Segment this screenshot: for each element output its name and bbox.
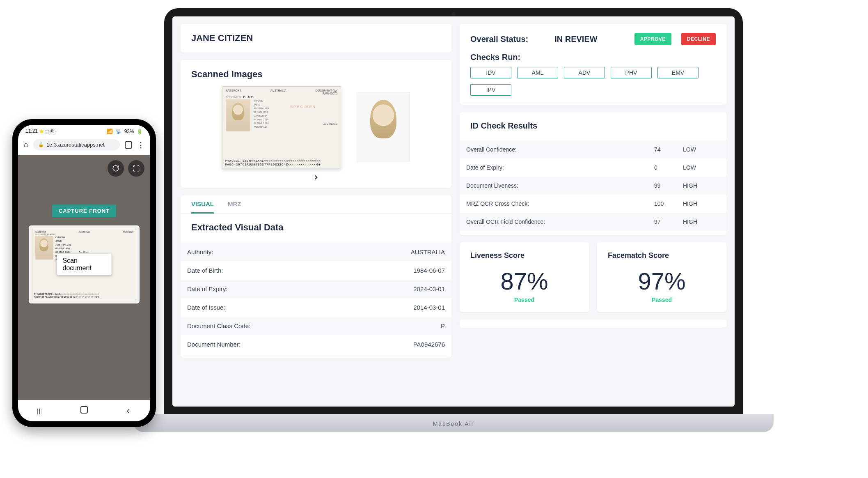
passport-code: P xyxy=(243,96,245,99)
phone-passport-dob: 07 JUN 1984 xyxy=(55,247,71,250)
phone-mrz-line1: P<AUSCITIZEN<<JANE<<<<<<<<<<<<<<<<<<<<<<… xyxy=(34,293,134,296)
facematch-score-card: Facematch Score 97% Passed xyxy=(597,242,726,312)
field-value: 2024-03-01 xyxy=(413,285,445,292)
phone-passport-nat: AUSTRALIAN xyxy=(55,243,71,247)
url-field[interactable]: 🔒 1e.3.azurestaticapps.net xyxy=(33,139,120,150)
capture-frame[interactable]: PASSPORT AUSTRALIA PA0942676 SPECIMEN P … xyxy=(29,225,140,303)
passport-pob: CANBERRA xyxy=(254,114,313,118)
scanned-images-card: Scanned Images PASSPORT AUSTRALIA DOCUME… xyxy=(181,60,451,188)
laptop-device: JANE CITIZEN Scanned Images PASSPORT AUS… xyxy=(133,8,774,456)
review-app: JANE CITIZEN Scanned Images PASSPORT AUS… xyxy=(172,16,735,407)
phone-passport-given: JANE xyxy=(55,239,71,243)
facematch-status: Passed xyxy=(608,296,716,303)
laptop-brand-label: MacBook Air xyxy=(433,421,474,427)
laptop-frame: JANE CITIZEN Scanned Images PASSPORT AUS… xyxy=(164,8,743,415)
approve-button[interactable]: APPROVE xyxy=(634,33,671,45)
field-label: Document Class Code: xyxy=(187,322,250,329)
table-row: Document Number:PA0942676 xyxy=(181,335,451,354)
table-row: Document Liveness:99HIGH xyxy=(460,177,726,195)
empty-card xyxy=(460,319,726,328)
metric-value: 97 xyxy=(654,218,683,225)
table-row: Document Class Code:P xyxy=(181,317,451,335)
rotate-camera-button[interactable] xyxy=(108,160,124,177)
phone-device: 11:21 ⭐ ⬚ Ⓖ · 📶 📡 93% 🔋 ⌂ 🔒 1e.3.azurest… xyxy=(12,119,156,427)
camera-viewport: CAPTURE FRONT PASSPORT AUSTRALIA PA09426… xyxy=(18,155,150,400)
metric-label: Date of Expiry: xyxy=(466,164,654,171)
tabs-icon[interactable] xyxy=(125,141,132,149)
lock-icon: 🔒 xyxy=(38,142,44,147)
metric-label: Overall OCR Field Confidence: xyxy=(466,218,654,225)
next-image-button[interactable] xyxy=(191,171,441,184)
check-chip-aml[interactable]: AML xyxy=(517,67,558,78)
battery-icon: 🔋 xyxy=(137,129,143,134)
nav-recent-button[interactable] xyxy=(32,407,48,415)
liveness-value: 87% xyxy=(470,267,578,295)
check-chip-emv[interactable]: EMV xyxy=(657,67,699,78)
subject-name: JANE CITIZEN xyxy=(181,24,451,53)
nav-back-button[interactable] xyxy=(120,405,136,416)
specimen-watermark: SPECIMEN xyxy=(290,105,316,109)
passport-mrz-line1: P<AUSCITIZEN<<JANE<<<<<<<<<<<<<<<<<<<<<<… xyxy=(225,159,338,163)
signal-icon: 📡 xyxy=(115,129,121,134)
phone-passport-country: AUSTRALIA xyxy=(79,231,90,233)
table-row: Date of Expiry:2024-03-01 xyxy=(181,280,451,298)
statusbar-left-icons: ⭐ ⬚ Ⓖ · xyxy=(39,129,56,133)
tab-mrz[interactable]: MRZ xyxy=(228,195,241,214)
home-shape-icon xyxy=(80,406,88,414)
status-card: Overall Status: IN REVIEW APPROVE DECLIN… xyxy=(460,24,726,105)
check-chip-ipv[interactable]: IPV xyxy=(470,84,511,96)
decline-button[interactable]: DECLINE xyxy=(681,33,716,45)
check-chip-adv[interactable]: ADV xyxy=(564,67,605,78)
facematch-title: Facematch Score xyxy=(608,251,716,260)
metric-label: Document Liveness: xyxy=(466,182,654,189)
passport-surname: CITIZEN xyxy=(254,99,313,103)
passport-mrz-line2: PA09426761AUS8406077F1903264Z<<<<<<<<<<<… xyxy=(225,163,338,166)
check-chip-phv[interactable]: PHV xyxy=(611,67,652,78)
passport-country-top: AUSTRALIA xyxy=(270,89,286,95)
menu-icon[interactable]: ⋮ xyxy=(137,140,144,149)
field-value: AUSTRALIA xyxy=(411,248,445,255)
table-row: Authority:AUSTRALIA xyxy=(181,243,451,261)
field-label: Document Number: xyxy=(187,341,240,348)
phone-mrz-line2: PA0942676AUS8406077F1903264Z<<<<<<<<<<<<… xyxy=(34,296,134,299)
phone-passport-surname: CITIZEN xyxy=(55,236,71,239)
passport-dob: 07 JUN 1984 xyxy=(254,110,313,114)
statusbar-time: 11:21 xyxy=(25,128,38,134)
passport-docno: PA0942676 xyxy=(323,92,337,95)
scan-document-overlay: Scan document xyxy=(57,254,112,275)
nav-home-button[interactable] xyxy=(76,406,92,416)
phone-passport-docno: PA0942676 xyxy=(123,231,133,233)
home-icon[interactable]: ⌂ xyxy=(24,140,28,149)
overall-status-label: Overall Status: xyxy=(470,34,528,44)
field-label: Date of Issue: xyxy=(187,304,225,311)
metric-level: HIGH xyxy=(683,218,720,225)
passport-signature: Jane Citizen xyxy=(323,122,337,126)
table-row: Overall OCR Field Confidence:97HIGH xyxy=(460,213,726,231)
extracted-table: Authority:AUSTRALIA Date of Birth:1984-0… xyxy=(181,243,451,354)
phone-passport-photo xyxy=(35,236,53,260)
table-row: Date of Birth:1984-06-07 xyxy=(181,261,451,280)
scanned-selfie-image[interactable] xyxy=(357,92,410,162)
metric-value: 0 xyxy=(654,164,683,171)
battery-level: 93% xyxy=(124,129,134,134)
liveness-status: Passed xyxy=(470,296,578,303)
passport-fields: CITIZEN JANE AUSTRALIAN 07 JUN 1984 CANB… xyxy=(254,99,313,131)
passport-authority: AUSTRALIA xyxy=(254,125,313,129)
checks-run-label: Checks Run: xyxy=(470,53,716,62)
field-value: 2014-03-01 xyxy=(413,304,445,311)
field-label: Date of Birth: xyxy=(187,267,223,274)
passport-issue: 01 MAR 2014 xyxy=(254,118,313,122)
phone-urlbar: ⌂ 🔒 1e.3.azurestaticapps.net ⋮ xyxy=(18,136,150,155)
field-value: PA0942676 xyxy=(413,341,445,348)
metric-level: LOW xyxy=(683,164,720,171)
passport-photo xyxy=(226,99,250,131)
scanned-passport-image[interactable]: PASSPORT AUSTRALIA DOCUMENT No. PA094267… xyxy=(222,86,341,168)
phone-statusbar: 11:21 ⭐ ⬚ Ⓖ · 📶 📡 93% 🔋 xyxy=(18,125,150,136)
camera-controls xyxy=(108,160,144,177)
check-chip-idv[interactable]: IDV xyxy=(470,67,511,78)
metric-label: MRZ OCR Cross Check: xyxy=(466,200,654,207)
scanned-images-title: Scanned Images xyxy=(191,69,441,80)
tab-visual[interactable]: VISUAL xyxy=(191,195,214,214)
url-text: 1e.3.azurestaticapps.net xyxy=(46,142,105,148)
expand-button[interactable] xyxy=(128,160,144,177)
